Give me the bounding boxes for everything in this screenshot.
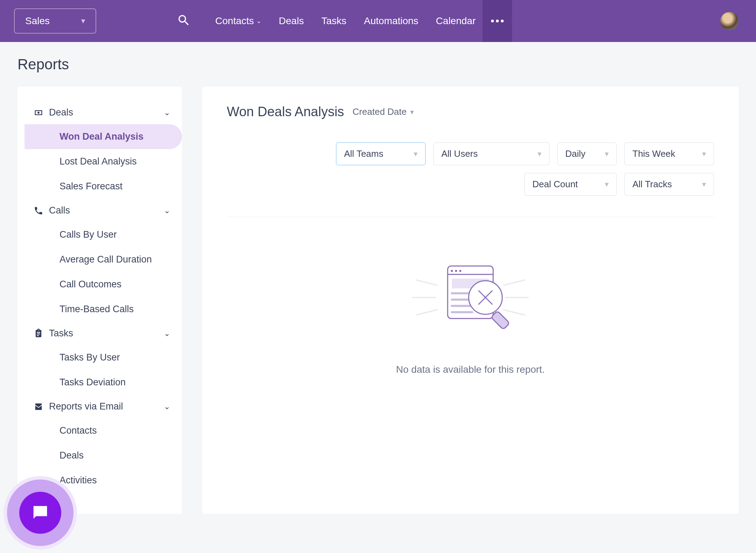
sidebar-group-deals: Deals ⌄ Won Deal Analysis Lost Deal Anal… xyxy=(18,101,182,199)
filter-granularity[interactable]: Daily ▾ xyxy=(557,142,617,165)
filter-granularity-label: Daily xyxy=(565,148,586,159)
filter-teams[interactable]: All Teams ▾ xyxy=(336,142,426,165)
sidebar-item-sales-forecast[interactable]: Sales Forecast xyxy=(24,174,182,199)
top-nav: Contacts ⌄ Deals Tasks Automations Calen… xyxy=(215,15,476,27)
triangle-down-icon: ▾ xyxy=(538,149,541,159)
svg-line-3 xyxy=(504,280,525,285)
content-layout: Deals ⌄ Won Deal Analysis Lost Deal Anal… xyxy=(0,87,756,514)
sidebar-item-time-based-calls[interactable]: Time-Based Calls xyxy=(24,297,182,322)
nav-contacts-label: Contacts xyxy=(215,15,254,27)
sidebar-item-tasks-by-user[interactable]: Tasks By User xyxy=(24,345,182,370)
empty-state-illustration xyxy=(409,259,532,329)
report-panel: Won Deals Analysis Created Date ▾ All Te… xyxy=(202,87,738,514)
filter-users-label: All Users xyxy=(441,148,478,159)
sidebar-head-calls[interactable]: Calls ⌄ xyxy=(18,199,182,222)
mail-icon xyxy=(28,402,49,412)
sidebar-item-email-deals[interactable]: Deals xyxy=(24,443,182,468)
svg-line-5 xyxy=(504,310,525,315)
sidebar-group-calls: Calls ⌄ Calls By User Average Call Durat… xyxy=(18,199,182,322)
app-header: Sales ▾ Contacts ⌄ Deals Tasks Automatio… xyxy=(0,0,756,42)
chevron-down-icon: ⌄ xyxy=(164,206,170,215)
sidebar-item-calls-by-user[interactable]: Calls By User xyxy=(24,222,182,247)
svg-point-7 xyxy=(451,270,453,272)
triangle-down-icon: ▾ xyxy=(702,149,706,159)
chevron-down-icon: ⌄ xyxy=(164,108,170,117)
chat-fab[interactable] xyxy=(7,479,74,546)
triangle-down-icon: ▾ xyxy=(605,149,609,159)
svg-rect-19 xyxy=(491,311,510,330)
divider xyxy=(227,217,714,217)
svg-point-8 xyxy=(455,270,457,272)
sidebar-item-avg-call-duration[interactable]: Average Call Duration xyxy=(24,247,182,272)
svg-line-2 xyxy=(416,310,437,315)
sidebar-head-tasks[interactable]: Tasks ⌄ xyxy=(18,322,182,345)
reports-sidebar: Deals ⌄ Won Deal Analysis Lost Deal Anal… xyxy=(18,87,182,514)
cash-icon xyxy=(28,108,49,118)
triangle-down-icon: ▾ xyxy=(410,108,414,116)
sidebar-group-label: Deals xyxy=(49,107,73,118)
workspace-label: Sales xyxy=(25,15,50,27)
sidebar-item-call-outcomes[interactable]: Call Outcomes xyxy=(24,272,182,297)
filter-metric[interactable]: Deal Count ▾ xyxy=(524,173,617,196)
sidebar-group-label: Calls xyxy=(49,205,70,216)
nav-calendar-label: Calendar xyxy=(436,15,476,27)
sidebar-item-lost-deal-analysis[interactable]: Lost Deal Analysis xyxy=(24,149,182,174)
sidebar-group-tasks: Tasks ⌄ Tasks By User Tasks Deviation xyxy=(18,322,182,395)
svg-point-9 xyxy=(459,270,461,272)
empty-state: No data is available for this report. xyxy=(227,259,714,375)
nav-tasks[interactable]: Tasks xyxy=(321,15,346,27)
search-button[interactable] xyxy=(177,13,191,29)
sidebar-group-label: Tasks xyxy=(49,328,73,339)
nav-contacts[interactable]: Contacts ⌄ xyxy=(215,15,261,27)
chevron-down-icon: ▾ xyxy=(81,16,85,26)
sidebar-group-reports-email: Reports via Email ⌄ Contacts Deals Activ… xyxy=(18,395,182,493)
chevron-down-icon: ⌄ xyxy=(256,17,261,25)
date-type-label: Created Date xyxy=(352,106,407,117)
filter-range[interactable]: This Week ▾ xyxy=(624,142,714,165)
page-title: Reports xyxy=(0,42,756,87)
report-title: Won Deals Analysis xyxy=(227,104,344,119)
sidebar-item-tasks-deviation[interactable]: Tasks Deviation xyxy=(24,370,182,395)
sidebar-head-deals[interactable]: Deals ⌄ xyxy=(18,101,182,124)
triangle-down-icon: ▾ xyxy=(414,149,418,159)
more-icon xyxy=(491,20,504,22)
filter-range-label: This Week xyxy=(632,148,675,159)
sidebar-item-email-contacts[interactable]: Contacts xyxy=(24,418,182,443)
triangle-down-icon: ▾ xyxy=(702,180,706,189)
search-icon xyxy=(177,22,191,28)
sidebar-head-reports-email[interactable]: Reports via Email ⌄ xyxy=(18,395,182,418)
nav-automations[interactable]: Automations xyxy=(364,15,419,27)
avatar[interactable] xyxy=(720,12,738,30)
filter-tracks[interactable]: All Tracks ▾ xyxy=(624,173,714,196)
chat-icon xyxy=(19,492,61,534)
filter-tracks-label: All Tracks xyxy=(632,179,672,190)
nav-automations-label: Automations xyxy=(364,15,419,27)
filter-users[interactable]: All Users ▾ xyxy=(433,142,550,165)
sidebar-item-won-deal-analysis[interactable]: Won Deal Analysis xyxy=(24,124,182,149)
svg-line-0 xyxy=(416,280,437,285)
chevron-down-icon: ⌄ xyxy=(164,402,170,411)
sidebar-group-label: Reports via Email xyxy=(49,401,123,412)
phone-icon xyxy=(28,206,49,216)
filter-teams-label: All Teams xyxy=(344,148,383,159)
report-header: Won Deals Analysis Created Date ▾ xyxy=(227,104,414,119)
empty-state-message: No data is available for this report. xyxy=(396,364,545,375)
nav-deals[interactable]: Deals xyxy=(279,15,304,27)
chevron-down-icon: ⌄ xyxy=(164,329,170,338)
nav-calendar[interactable]: Calendar xyxy=(436,15,476,27)
date-type-selector[interactable]: Created Date ▾ xyxy=(352,106,414,117)
triangle-down-icon: ▾ xyxy=(605,180,609,189)
nav-more-button[interactable] xyxy=(483,0,512,42)
nav-deals-label: Deals xyxy=(279,15,304,27)
nav-tasks-label: Tasks xyxy=(321,15,346,27)
filter-metric-label: Deal Count xyxy=(532,179,578,190)
report-filters: All Teams ▾ All Users ▾ Daily ▾ This Wee… xyxy=(227,142,714,196)
workspace-selector[interactable]: Sales ▾ xyxy=(14,8,96,34)
clipboard-icon xyxy=(28,329,49,338)
